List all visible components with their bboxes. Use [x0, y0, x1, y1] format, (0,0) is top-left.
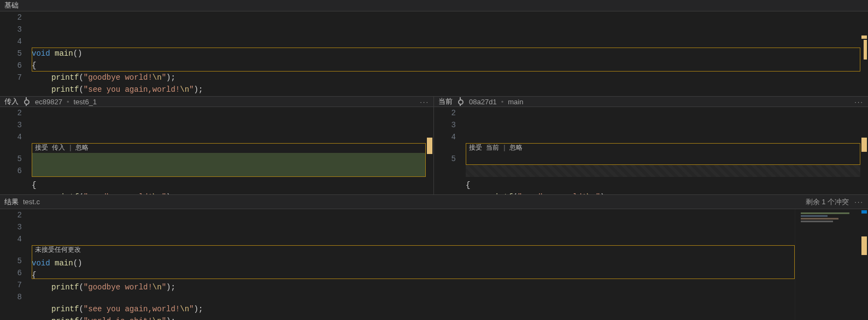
code-row: printf("world is shit!\n");: [32, 315, 795, 320]
code-token: "goodbye world!: [84, 72, 153, 84]
code-row: printf("goodbye world!\n");: [466, 191, 860, 194]
separator-dot: •: [67, 98, 69, 106]
code-token: (: [79, 281, 83, 293]
result-editor[interactable]: 2345678 未接受任何更改 void main(){printf("good…: [0, 209, 868, 320]
code-token: (: [79, 303, 83, 315]
code-token: );: [166, 96, 175, 96]
code-token: void: [32, 257, 50, 269]
code-token: \n: [153, 281, 162, 293]
base-overview-ruler[interactable]: [860, 11, 868, 96]
code-token: ": [162, 315, 166, 320]
accept-incoming-link[interactable]: 接受 传入: [35, 142, 65, 154]
more-icon[interactable]: ···: [854, 198, 864, 206]
code-token: \n: [153, 96, 162, 96]
code-row: void main(): [32, 167, 426, 179]
code-token: printf: [51, 315, 79, 320]
incoming-header: 传入 ec89827 • test6_1 ···: [0, 97, 433, 107]
code-token: (): [73, 167, 83, 179]
code-token: printf: [51, 96, 79, 96]
minimap-line: [801, 218, 838, 220]
result-title: 结果: [4, 197, 19, 207]
code-token: [50, 48, 55, 60]
result-minimap[interactable]: [795, 209, 860, 320]
current-overview-ruler[interactable]: [860, 107, 868, 194]
accept-current-link[interactable]: 接受 当前: [469, 142, 499, 154]
ruler-mark: [864, 40, 867, 60]
no-change-accepted-label: 未接受任何更改: [35, 244, 81, 256]
code-row: void main(): [466, 167, 860, 179]
code-row: {: [32, 60, 860, 72]
code-token: void: [32, 48, 50, 60]
code-token: "see you again,world!: [84, 84, 180, 96]
more-icon[interactable]: ···: [420, 98, 429, 106]
current-commit: 08a27d1: [469, 98, 497, 106]
code-token: (: [79, 96, 83, 96]
code-row: void main(): [32, 257, 795, 269]
code-token: ": [189, 303, 193, 315]
code-token: {: [32, 269, 36, 281]
ruler-mark: [861, 210, 867, 214]
base-editor[interactable]: 234567 void main(){printf("goodbye world…: [0, 11, 868, 96]
code-token: "goodbye world!: [518, 191, 587, 194]
code-token: \n: [180, 84, 189, 96]
code-row: void main(): [32, 48, 860, 60]
code-token: printf: [51, 72, 79, 84]
minimap-line: [801, 212, 849, 214]
code-row: {: [32, 179, 426, 191]
remaining-conflicts: 剩余 1 个冲突: [806, 197, 849, 207]
code-token: \n: [153, 315, 162, 320]
code-token: (: [79, 84, 83, 96]
result-overview-ruler[interactable]: [860, 209, 868, 320]
incoming-editor[interactable]: 23456 接受 传入 | 忽略 void main(){printf("goo…: [0, 107, 433, 194]
code-token: ": [162, 72, 166, 84]
code-row: printf("see you again,world!\n");: [32, 303, 795, 315]
ignore-current-link[interactable]: 忽略: [509, 142, 523, 154]
incoming-gutter: 23456: [0, 107, 32, 194]
code-token: ": [162, 96, 166, 96]
code-token: "goodbye world!: [84, 281, 153, 293]
base-title: 基础: [4, 1, 19, 10]
incoming-branch: test6_1: [73, 98, 97, 106]
ruler-mark: [861, 138, 867, 152]
incoming-commit: ec89827: [35, 98, 62, 106]
current-action-bar: 接受 当前 | 忽略: [466, 143, 860, 153]
result-info-bar: 未接受任何更改: [32, 245, 795, 255]
more-icon[interactable]: ···: [854, 98, 864, 106]
ruler-mark: [427, 138, 432, 154]
code-token: (: [79, 315, 83, 320]
code-token: );: [166, 315, 175, 320]
code-token: (): [73, 48, 83, 60]
base-header: 基础: [0, 0, 868, 11]
code-token: printf: [51, 191, 79, 194]
current-title: 当前: [438, 97, 453, 106]
code-token: );: [166, 72, 175, 84]
result-code: 未接受任何更改 void main(){printf("goodbye worl…: [32, 209, 795, 320]
code-row: printf("see you again,world!\n");: [32, 84, 860, 96]
code-token: main: [55, 257, 73, 269]
current-header: 当前 08a27d1 • main ···: [434, 97, 868, 107]
result-panel: 结果 test.c 剩余 1 个冲突 ··· 2345678 未接受任何更改 v…: [0, 194, 868, 320]
separator-pipe: |: [68, 142, 72, 154]
current-editor[interactable]: 2345 接受 当前 | 忽略 void main(){printf("good…: [434, 107, 868, 194]
code-token: ": [162, 281, 166, 293]
code-token: printf: [51, 281, 79, 293]
code-token: "world is shit!: [84, 315, 153, 320]
code-token: );: [166, 281, 175, 293]
code-row: {: [32, 269, 795, 281]
code-row: printf("world is shit!\n");: [32, 96, 860, 96]
code-token: \n: [180, 303, 189, 315]
ignore-incoming-link[interactable]: 忽略: [75, 142, 89, 154]
code-token: main: [55, 167, 73, 179]
code-token: void: [32, 167, 50, 179]
incoming-overview-ruler[interactable]: [426, 107, 433, 194]
result-gutter: 2345678: [0, 209, 32, 320]
code-token: printf: [51, 303, 79, 315]
ruler-mark: [861, 35, 867, 39]
code-token: "goodbye world!: [84, 191, 153, 194]
code-token: printf: [51, 84, 79, 96]
separator-dot: •: [501, 98, 504, 106]
code-token: );: [166, 191, 175, 194]
code-token: (: [79, 191, 83, 194]
code-token: [50, 257, 55, 269]
code-token: "see you again,world!: [84, 303, 180, 315]
